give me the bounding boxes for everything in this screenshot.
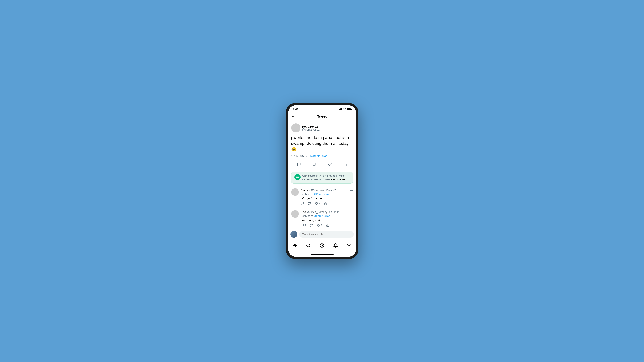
brie-reply-to: Replying to @PerezPetraz — [301, 215, 353, 217]
reply-tweet-becca: Becca @CleverWordPlayr · 7m ··· Replying… — [288, 186, 356, 208]
becca-retweet-button[interactable] — [308, 202, 311, 205]
becca-reply-actions: 7 — [301, 202, 353, 205]
brie-reply-text: um... congrats?! — [301, 218, 353, 222]
svg-point-3 — [307, 244, 310, 247]
messages-nav-button[interactable] — [345, 241, 353, 250]
brie-like-button[interactable]: 8 — [317, 224, 322, 227]
svg-line-10 — [322, 244, 323, 245]
tweet-header: Tweet — [288, 112, 356, 121]
phone-frame: 9:41 — [286, 103, 358, 259]
home-nav-button[interactable] — [291, 241, 299, 250]
tweet-more-button[interactable]: ··· — [350, 126, 353, 130]
reply-header-brie: Brie @Sktch_ComedyFan · 23m ··· Replying… — [291, 210, 353, 227]
becca-like-count: 7 — [319, 202, 320, 205]
content-area[interactable]: Petra Perez @PerezPetraz ··· gworls, the… — [288, 121, 356, 229]
becca-time: · 7m — [333, 189, 338, 192]
status-bar: 9:41 — [288, 105, 356, 112]
brie-details: Brie @Sktch_ComedyFan · 23m ··· Replying… — [301, 210, 353, 227]
learn-more-link[interactable]: Learn more — [331, 178, 345, 181]
becca-name: Becca — [301, 189, 308, 192]
becca-reply-to-link[interactable]: @PerezPetraz — [314, 193, 330, 195]
tweet-meta: 12:55 · 8/5/22 · Twitter for Mac — [291, 155, 353, 158]
home-indicator-container — [288, 254, 356, 257]
brie-handle: @Sktch_ComedyFan — [307, 211, 332, 214]
spaces-nav-button[interactable] — [318, 241, 326, 250]
brie-more-button[interactable]: ··· — [350, 210, 353, 214]
reply-author-line-becca: Becca @CleverWordPlayr · 7m ··· Replying… — [291, 188, 353, 205]
becca-reply-text: LOL you'll be back — [301, 196, 353, 200]
search-nav-button[interactable] — [304, 241, 312, 250]
brie-like-count: 8 — [321, 224, 322, 227]
tweet-author-info: Petra Perez @PerezPetraz — [291, 123, 320, 132]
main-tweet: Petra Perez @PerezPetraz ··· gworls, the… — [288, 121, 356, 169]
brie-reply-count: 2 — [305, 224, 306, 227]
becca-handle: @CleverWordPlayr — [309, 189, 332, 192]
tweet-actions — [291, 160, 353, 167]
tweet-text: gworls, the dating app pool is a swamp! … — [291, 135, 353, 152]
reply-avatar — [290, 231, 297, 238]
tweet-timestamp: 12:55 · 8/5/22 — [291, 155, 308, 158]
reply-action-button[interactable] — [297, 162, 301, 166]
svg-line-8 — [322, 246, 323, 247]
svg-line-7 — [320, 244, 321, 245]
author-avatar — [291, 123, 300, 132]
notifications-nav-button[interactable] — [332, 241, 340, 250]
becca-author-line: Becca @CleverWordPlayr · 7m ··· — [301, 188, 353, 192]
bottom-nav — [288, 239, 356, 254]
reply-tweet-brie: Brie @Sktch_ComedyFan · 23m ··· Replying… — [288, 208, 356, 229]
reply-header-becca: Becca @CleverWordPlayr · 7m ··· Replying… — [291, 188, 353, 205]
brie-reply-to-link[interactable]: @PerezPetraz — [314, 215, 330, 217]
home-indicator — [311, 254, 334, 255]
svg-line-4 — [309, 247, 310, 247]
page-title: Tweet — [317, 115, 327, 119]
brie-author-info: Brie @Sktch_ComedyFan · 23m — [301, 211, 340, 214]
becca-avatar — [291, 188, 299, 196]
circle-icon — [294, 174, 300, 180]
becca-reply-to: Replying to @PerezPetraz — [301, 193, 353, 195]
brie-avatar — [291, 210, 299, 218]
brie-share-button[interactable] — [326, 224, 329, 227]
share-action-button[interactable] — [343, 162, 347, 166]
brie-reply-button[interactable]: 2 — [301, 224, 306, 227]
tweet-author-row: Petra Perez @PerezPetraz ··· — [291, 123, 353, 132]
svg-point-6 — [321, 245, 323, 246]
reply-input[interactable] — [299, 231, 354, 238]
becca-more-button[interactable]: ··· — [350, 188, 353, 192]
brie-reply-actions: 2 — [301, 224, 353, 227]
like-action-button[interactable] — [328, 162, 332, 166]
signal-icon — [338, 108, 342, 110]
becca-reply-button[interactable] — [301, 202, 304, 205]
reply-input-bar — [288, 229, 356, 239]
status-icons — [338, 108, 352, 110]
author-name: Petra Perez — [302, 125, 320, 128]
wifi-icon — [343, 108, 346, 110]
circle-info-box: Only people in @PerezPetraz's Twitter Ci… — [291, 172, 353, 183]
tweet-source[interactable]: Twitter for Mac — [310, 155, 327, 158]
brie-retweet-button[interactable] — [310, 224, 313, 227]
battery-icon — [347, 108, 352, 110]
becca-details: Becca @CleverWordPlayr · 7m ··· Replying… — [301, 188, 353, 205]
retweet-action-button[interactable] — [312, 162, 316, 166]
brie-name: Brie — [301, 211, 306, 214]
phone-screen: 9:41 — [288, 105, 356, 257]
becca-share-button[interactable] — [324, 202, 327, 205]
status-time: 9:41 — [293, 107, 298, 111]
circle-info-text: Only people in @PerezPetraz's Twitter Ci… — [302, 174, 350, 181]
becca-like-button[interactable]: 7 — [315, 202, 320, 205]
back-button[interactable] — [291, 115, 295, 119]
svg-line-11 — [320, 246, 321, 247]
brie-time: · 23m — [333, 211, 340, 214]
author-details: Petra Perez @PerezPetraz — [302, 125, 320, 131]
author-handle: @PerezPetraz — [302, 128, 320, 131]
brie-author-line: Brie @Sktch_ComedyFan · 23m ··· — [301, 210, 353, 214]
becca-author-info: Becca @CleverWordPlayr · 7m — [301, 189, 338, 192]
